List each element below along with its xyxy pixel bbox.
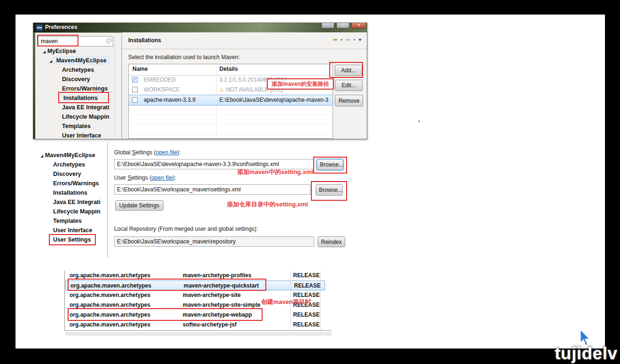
annotation-install-path: 添加maven的安装路径 [267,78,334,90]
global-settings-label: Global Settings (open file): [114,149,180,156]
tree-node-installations[interactable]: Installations [53,188,87,197]
tree-node-lifecycle-mapping[interactable]: Lifecycle Mappin [53,207,101,216]
reindex-button[interactable]: Reindex [318,236,345,247]
user-settings-field[interactable]: E:\Ebook\JavaSE\workspace_maven\settings… [114,184,310,195]
local-repository-label: Local Repository (From merged user and g… [114,226,258,232]
tree-node-user-settings[interactable]: User Settings [53,235,91,244]
column-divider [320,271,321,330]
artifact-dot [418,121,420,122]
local-repository-field: E:\Ebook\JavaSE\workspace_maven\reposito… [114,236,314,247]
archetype-row-profiles[interactable]: org.apache.maven.archetypes maven-archet… [65,271,332,281]
tree-node-maven4myeclipse[interactable]: ◢ Maven4MyEclipse [40,151,95,160]
open-file-link[interactable]: open file [156,149,177,156]
annotation-maven-settings: 添加maven中的setting.xml [237,168,313,176]
tree-node-templates[interactable]: Templates [53,216,82,226]
tree-node-user-interface[interactable]: User Interface [53,226,92,235]
archetype-row-webapp[interactable]: org.apache.maven.archetypes maven-archet… [65,310,332,320]
screenshot-root: { "icons": { "minimize": "–", "maximize"… [0,0,620,364]
open-file-link[interactable]: open file [151,174,172,181]
archetype-row-quickstart[interactable]: org.apache.maven.archetypes maven-archet… [65,281,325,290]
tree-node-discovery[interactable]: Discovery [53,169,81,179]
update-settings-button[interactable]: Update Settings [115,200,163,211]
mouse-cursor [576,328,591,349]
annotation-repo-settings: 添加仓库目录中的setting.xml [227,200,308,209]
settings-tree: Archetypes Discovery Errors/Warnings Ins… [53,160,107,255]
settings-divider [107,142,108,258]
tree-node-errors-warnings[interactable]: Errors/Warnings [53,179,99,188]
user-settings-label: User Settings (open file): [114,174,176,181]
archetype-row-softeu-jsf[interactable]: org.apache.maven.archetypes softeu-arche… [65,320,332,330]
tree-node-archetypes[interactable]: Archetypes [53,160,85,169]
annotation-create-project: 创建maven项目时 [261,298,311,306]
global-browse-button[interactable]: Browse... [317,159,343,170]
user-browse-button[interactable]: Browse... [316,184,343,196]
horizontal-scrollbar[interactable] [65,332,331,335]
tree-node-java-ee-integration[interactable]: Java EE Integrati [53,197,101,207]
expand-icon[interactable]: ◢ [40,154,43,158]
